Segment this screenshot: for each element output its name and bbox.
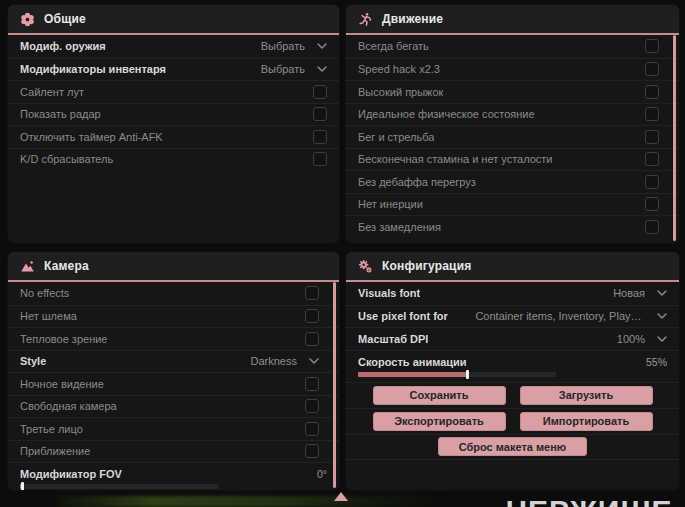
buttons-row: СохранитьЗагрузить xyxy=(346,382,679,408)
action-button[interactable]: Сброс макета меню xyxy=(438,437,588,456)
row-label: Модификатор FOV xyxy=(20,468,122,480)
row-label: Высокий прыжок xyxy=(358,86,443,98)
dropdown-value: Darkness xyxy=(251,355,297,367)
slider[interactable] xyxy=(358,372,556,377)
checkbox[interactable] xyxy=(305,422,319,436)
watermark-text: ЧЕРЖИШЕ xyxy=(506,494,673,507)
settings-row[interactable]: Свободная камера xyxy=(8,395,339,418)
checkbox[interactable] xyxy=(645,152,659,166)
settings-row[interactable]: Показать радар xyxy=(8,103,339,126)
settings-row[interactable]: Третье лицо xyxy=(8,417,339,440)
dropdown[interactable]: Выбрать xyxy=(261,63,327,75)
slider-value: 55% xyxy=(646,356,667,368)
slider[interactable] xyxy=(20,484,218,489)
checkbox[interactable] xyxy=(305,444,319,458)
action-button[interactable]: Экспортировать xyxy=(373,412,506,431)
row-label: Бесконечная стамина и нет усталости xyxy=(358,153,553,165)
dropdown[interactable]: Container items, Inventory, Player flags… xyxy=(475,310,667,322)
checkbox[interactable] xyxy=(645,220,659,234)
checkbox[interactable] xyxy=(645,130,659,144)
dropdown-value: Container items, Inventory, Player flags… xyxy=(475,310,645,322)
checkbox[interactable] xyxy=(645,197,659,211)
settings-row[interactable]: Идеальное физическое состояние xyxy=(346,103,679,126)
panel-body: No effectsНет шлемаТепловое зрениеStyleD… xyxy=(8,282,339,490)
row-label: No effects xyxy=(20,287,69,299)
slider-handle[interactable] xyxy=(466,370,469,379)
settings-row[interactable]: StyleDarkness xyxy=(8,350,339,373)
checkbox[interactable] xyxy=(305,286,319,300)
settings-row[interactable]: Visuals fontНовая xyxy=(346,282,679,305)
row-label: Свободная камера xyxy=(20,400,117,412)
settings-row[interactable]: Speed hack x2.3 xyxy=(346,58,679,81)
settings-row[interactable]: Модификаторы инвентаряВыбрать xyxy=(8,58,339,81)
row-label: Нет шлема xyxy=(20,310,77,322)
row-label: Без замедления xyxy=(358,221,441,233)
checkbox[interactable] xyxy=(305,309,319,323)
panel-general: ОбщиеМодиф. оружияВыбратьМодификаторы ин… xyxy=(8,5,339,243)
chevron-down-icon xyxy=(657,313,667,319)
chevron-down-icon xyxy=(657,290,667,296)
slider-line: Модификатор FOV0° xyxy=(20,466,327,482)
dropdown[interactable]: Новая xyxy=(613,287,667,299)
settings-row[interactable]: Без замедления xyxy=(346,215,679,238)
settings-row[interactable]: Отключить таймер Anti-AFK xyxy=(8,125,339,148)
checkbox[interactable] xyxy=(645,107,659,121)
settings-row[interactable]: Нет шлема xyxy=(8,305,339,328)
panel-header: Общие xyxy=(8,5,339,35)
scrollbar[interactable] xyxy=(333,282,336,488)
checkbox[interactable] xyxy=(645,175,659,189)
checkbox[interactable] xyxy=(305,399,319,413)
settings-row[interactable]: Высокий прыжок xyxy=(346,80,679,103)
slider-line: Скорость анимации55% xyxy=(358,354,667,370)
panel-header: Камера xyxy=(8,252,339,282)
checkbox[interactable] xyxy=(313,152,327,166)
settings-row[interactable]: Бесконечная стамина и нет усталости xyxy=(346,148,679,171)
dropdown[interactable]: Darkness xyxy=(251,355,319,367)
settings-row[interactable]: K/D сбрасыватель xyxy=(8,148,339,171)
checkbox[interactable] xyxy=(645,39,659,53)
game-background-glow xyxy=(55,496,445,507)
settings-row[interactable]: Без дебаффа перегруз xyxy=(346,170,679,193)
settings-row[interactable]: Сайлент лут xyxy=(8,80,339,103)
checkbox[interactable] xyxy=(313,130,327,144)
settings-row[interactable]: Масштаб DPI100% xyxy=(346,327,679,350)
settings-row[interactable]: Модиф. оружияВыбрать xyxy=(8,35,339,58)
dropdown[interactable]: Выбрать xyxy=(261,40,327,52)
row-label: Style xyxy=(20,355,46,367)
image-icon xyxy=(20,259,35,274)
row-label: Приближение xyxy=(20,445,90,457)
settings-row[interactable]: Приближение xyxy=(8,440,339,463)
scrollbar[interactable] xyxy=(673,35,676,241)
row-label: Масштаб DPI xyxy=(358,333,428,345)
panel-title: Конфигурация xyxy=(382,259,471,273)
row-label: Показать радар xyxy=(20,108,101,120)
flower-icon xyxy=(20,12,35,27)
checkbox[interactable] xyxy=(305,332,319,346)
dropdown-value: Новая xyxy=(613,287,645,299)
slider-fill xyxy=(358,372,467,377)
slider-handle[interactable] xyxy=(21,482,24,490)
settings-row[interactable]: Нет инерции xyxy=(346,193,679,216)
settings-row[interactable]: Бег и стрельба xyxy=(346,125,679,148)
row-label: Visuals font xyxy=(358,287,420,299)
settings-row[interactable]: Ночное видение xyxy=(8,372,339,395)
settings-row[interactable]: Всегда бегать xyxy=(346,35,679,58)
checkbox[interactable] xyxy=(645,62,659,76)
settings-row[interactable]: Use pixel font forContainer items, Inven… xyxy=(346,305,679,328)
checkbox[interactable] xyxy=(305,377,319,391)
action-button[interactable]: Загрузить xyxy=(520,386,653,405)
settings-row[interactable]: No effects xyxy=(8,282,339,305)
slider-value: 0° xyxy=(317,468,327,480)
checkbox[interactable] xyxy=(313,107,327,121)
settings-row[interactable]: Тепловое зрение xyxy=(8,327,339,350)
checkbox[interactable] xyxy=(645,85,659,99)
row-label: Нет инерции xyxy=(358,198,423,210)
row-label: Третье лицо xyxy=(20,423,83,435)
row-label: Без дебаффа перегруз xyxy=(358,176,476,188)
row-label: Бег и стрельба xyxy=(358,131,434,143)
row-label: Модиф. оружия xyxy=(20,40,106,52)
checkbox[interactable] xyxy=(313,85,327,99)
action-button[interactable]: Импортировать xyxy=(520,412,653,431)
dropdown[interactable]: 100% xyxy=(617,333,667,345)
action-button[interactable]: Сохранить xyxy=(373,386,506,405)
